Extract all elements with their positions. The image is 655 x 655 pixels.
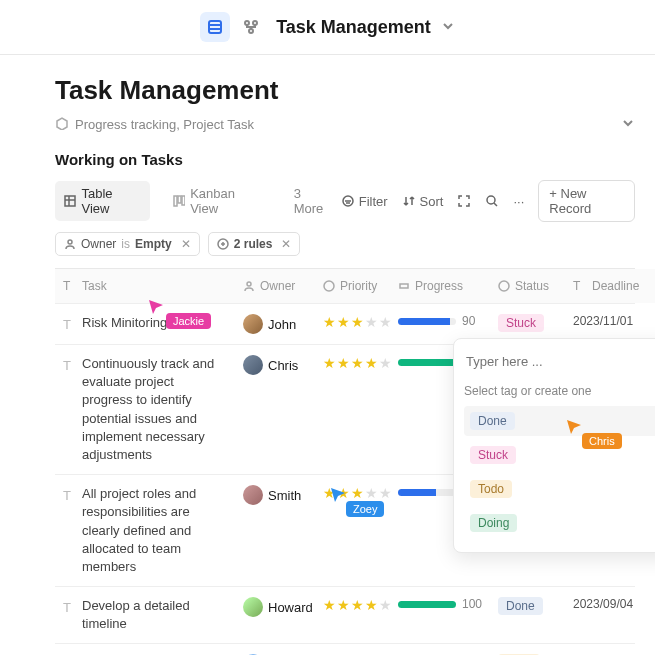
new-record-button[interactable]: + New Record [538, 180, 635, 222]
dropdown-input[interactable] [464, 349, 655, 374]
chevron-down-icon[interactable] [441, 19, 455, 36]
filter-chip-owner[interactable]: Owner is Empty ✕ [55, 232, 200, 256]
col-priority[interactable]: Priority [315, 269, 390, 303]
star-icon: ★ [351, 597, 364, 613]
col-progress[interactable]: Progress [390, 269, 490, 303]
star-icon: ★ [323, 485, 336, 501]
cell-deadline[interactable]: 2023/08/25 [565, 644, 651, 655]
avatar [243, 485, 263, 505]
page-title: Task Management [55, 75, 635, 106]
cell-owner[interactable]: Chris [235, 345, 315, 474]
status-dropdown: Select tag or create one DoneStuckTodoDo… [453, 338, 655, 553]
filter-button[interactable]: Filter [341, 194, 388, 209]
topbar-title: Task Management [276, 17, 431, 38]
cell-status[interactable]: Done [490, 587, 565, 643]
star-icon: ★ [365, 355, 378, 371]
cell-owner[interactable]: John [235, 304, 315, 344]
tab-table-view[interactable]: Table View [55, 181, 150, 221]
col-add[interactable]: + [651, 269, 655, 303]
tab-kanban-label: Kanban View [190, 186, 264, 216]
dropdown-option[interactable]: Todo [464, 474, 655, 504]
svg-point-4 [253, 21, 257, 25]
status-badge: Doing [470, 514, 517, 532]
col-deadline[interactable]: TDeadline [565, 269, 651, 303]
dropdown-option[interactable]: Stuck [464, 440, 655, 470]
status-badge: Todo [470, 480, 512, 498]
dropdown-hint: Select tag or create one [464, 384, 655, 398]
svg-point-17 [68, 240, 72, 244]
cell-task[interactable]: TRisk Minitoring [55, 304, 235, 344]
cell-priority[interactable]: ★★★★★ [315, 644, 390, 655]
tags-chevron-icon[interactable] [621, 116, 635, 133]
star-icon: ★ [351, 485, 364, 501]
star-icon: ★ [337, 597, 350, 613]
filter-chip-rules[interactable]: 2 rules ✕ [208, 232, 301, 256]
page-tags: Progress tracking, Project Task [75, 117, 254, 132]
star-icon: ★ [323, 597, 336, 613]
status-badge: Stuck [498, 314, 544, 332]
status-badge: Done [470, 412, 515, 430]
cell-progress[interactable]: 0 [390, 644, 490, 655]
cell-priority[interactable]: ★★★★★ [315, 587, 390, 643]
view-list-icon[interactable] [200, 12, 230, 42]
close-icon[interactable]: ✕ [281, 237, 291, 251]
topbar: Task Management [0, 0, 655, 55]
svg-rect-11 [182, 196, 185, 205]
svg-line-16 [494, 203, 497, 206]
cell-owner[interactable]: Thor [235, 644, 315, 655]
star-icon: ★ [351, 355, 364, 371]
section-title: Working on Tasks [55, 151, 635, 168]
close-icon[interactable]: ✕ [181, 237, 191, 251]
tab-more-views[interactable]: 3 More [286, 181, 341, 221]
sort-button[interactable]: Sort [402, 194, 444, 209]
tab-table-label: Table View [81, 186, 141, 216]
cell-task[interactable]: TContinuously track and evaluate project… [55, 345, 235, 474]
col-task[interactable]: TTask [55, 269, 235, 303]
svg-point-19 [247, 282, 251, 286]
cell-status[interactable]: Todo [490, 644, 565, 655]
status-badge: Stuck [470, 446, 516, 464]
cell-deadline[interactable]: 2023/09/04 [565, 587, 651, 643]
svg-rect-21 [400, 284, 408, 288]
svg-rect-10 [178, 196, 181, 203]
avatar [243, 597, 263, 617]
text-icon: T [63, 599, 77, 613]
cell-priority[interactable]: ★★★★★ [315, 304, 390, 344]
avatar [243, 355, 263, 375]
col-status[interactable]: Status [490, 269, 565, 303]
col-owner[interactable]: Owner [235, 269, 315, 303]
view-branch-icon[interactable] [236, 12, 266, 42]
text-icon: T [63, 357, 77, 371]
cell-owner[interactable]: Howard [235, 587, 315, 643]
svg-rect-0 [209, 21, 221, 33]
search-button[interactable] [485, 194, 499, 208]
table-row[interactable]: TClearly outline the boundaries and goal… [55, 644, 635, 655]
status-badge: Done [498, 597, 543, 615]
svg-point-20 [324, 281, 334, 291]
dropdown-option[interactable]: Doing [464, 508, 655, 538]
star-icon: ★ [323, 355, 336, 371]
more-button[interactable]: ··· [513, 194, 524, 209]
cell-priority[interactable]: ★★★★★ [315, 475, 390, 586]
text-icon: T [63, 316, 77, 330]
expand-button[interactable] [457, 194, 471, 208]
svg-point-3 [245, 21, 249, 25]
cell-task[interactable]: TAll project roles and responsibilities … [55, 475, 235, 586]
tag-icon [55, 116, 69, 133]
svg-point-15 [487, 196, 495, 204]
star-icon: ★ [365, 597, 378, 613]
dropdown-option[interactable]: Done [464, 406, 655, 436]
star-icon: ★ [351, 314, 364, 330]
tab-kanban-view[interactable]: Kanban View [164, 181, 272, 221]
cell-task[interactable]: TDevelop a detailed timeline [55, 587, 235, 643]
task-table: TTask Owner Priority Progress Status TDe… [55, 268, 635, 655]
star-icon: ★ [365, 314, 378, 330]
svg-point-22 [499, 281, 509, 291]
cell-progress[interactable]: 100 [390, 587, 490, 643]
star-icon: ★ [337, 314, 350, 330]
text-icon: T [63, 487, 77, 501]
cell-task[interactable]: TClearly outline the boundaries and goal… [55, 644, 235, 655]
table-row[interactable]: TDevelop a detailed timeline Howard ★★★★… [55, 587, 635, 644]
cell-owner[interactable]: Smith [235, 475, 315, 586]
cell-priority[interactable]: ★★★★★ [315, 345, 390, 474]
